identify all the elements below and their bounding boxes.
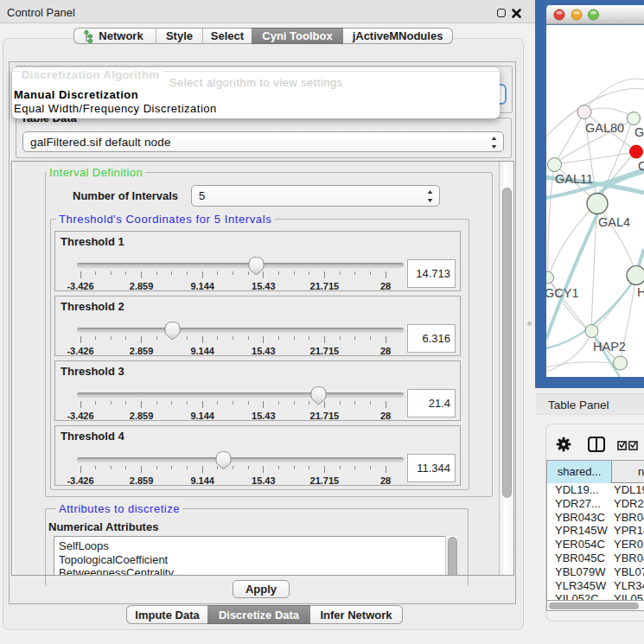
svg-text:GAL11: GAL11: [555, 172, 593, 186]
svg-text:GCY1: GCY1: [545, 286, 579, 300]
svg-text:GA: GA: [634, 125, 644, 139]
svg-text:CR: CR: [638, 159, 644, 173]
svg-text:HIS: HIS: [637, 285, 644, 299]
svg-text:HAP2: HAP2: [593, 340, 626, 354]
svg-text:GAL4: GAL4: [598, 215, 630, 229]
svg-text:GAL80: GAL80: [585, 121, 624, 135]
